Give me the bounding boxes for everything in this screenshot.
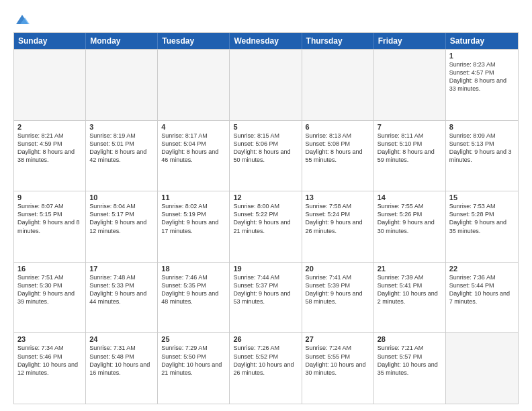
day-info: Sunrise: 8:02 AM Sunset: 5:19 PM Dayligh…: [161, 202, 226, 235]
day-number: 6: [306, 123, 370, 131]
day-info: Sunrise: 7:55 AM Sunset: 5:26 PM Dayligh…: [378, 202, 442, 235]
calendar-body: 1Sunrise: 8:23 AM Sunset: 4:57 PM Daylig…: [14, 49, 518, 404]
logo: [13, 12, 30, 27]
day-info: Sunrise: 8:11 AM Sunset: 5:10 PM Dayligh…: [378, 132, 442, 165]
day-header-sunday: Sunday: [14, 33, 86, 49]
day-number: 15: [449, 193, 515, 201]
day-info: Sunrise: 7:58 AM Sunset: 5:24 PM Dayligh…: [306, 202, 370, 235]
day-cell-2: 2Sunrise: 8:21 AM Sunset: 4:59 PM Daylig…: [14, 121, 86, 191]
day-info: Sunrise: 8:15 AM Sunset: 5:06 PM Dayligh…: [233, 132, 298, 165]
day-cell-16: 16Sunrise: 7:51 AM Sunset: 5:30 PM Dayli…: [14, 263, 86, 333]
day-cell-19: 19Sunrise: 7:44 AM Sunset: 5:37 PM Dayli…: [230, 263, 302, 333]
day-info: Sunrise: 8:21 AM Sunset: 4:59 PM Dayligh…: [17, 132, 82, 165]
empty-cell: [302, 50, 374, 120]
day-number: 9: [17, 193, 82, 201]
calendar-row-5: 23Sunrise: 7:34 AM Sunset: 5:46 PM Dayli…: [14, 332, 518, 404]
day-cell-13: 13Sunrise: 7:58 AM Sunset: 5:24 PM Dayli…: [302, 191, 374, 262]
day-number: 28: [378, 335, 442, 343]
header: [13, 12, 519, 27]
day-cell-28: 28Sunrise: 7:21 AM Sunset: 5:57 PM Dayli…: [374, 333, 446, 404]
day-cell-17: 17Sunrise: 7:48 AM Sunset: 5:33 PM Dayli…: [86, 263, 158, 333]
day-info: Sunrise: 8:04 AM Sunset: 5:17 PM Dayligh…: [89, 202, 154, 235]
empty-cell: [158, 50, 230, 120]
day-info: Sunrise: 8:13 AM Sunset: 5:08 PM Dayligh…: [306, 132, 370, 165]
day-cell-22: 22Sunrise: 7:36 AM Sunset: 5:44 PM Dayli…: [446, 263, 518, 333]
day-cell-7: 7Sunrise: 8:11 AM Sunset: 5:10 PM Daylig…: [374, 121, 446, 191]
day-number: 20: [306, 265, 370, 273]
day-info: Sunrise: 7:24 AM Sunset: 5:55 PM Dayligh…: [306, 344, 370, 377]
day-header-monday: Monday: [86, 33, 158, 49]
day-info: Sunrise: 7:53 AM Sunset: 5:28 PM Dayligh…: [449, 202, 515, 235]
day-cell-20: 20Sunrise: 7:41 AM Sunset: 5:39 PM Dayli…: [302, 263, 374, 333]
day-info: Sunrise: 7:31 AM Sunset: 5:48 PM Dayligh…: [89, 344, 154, 377]
day-number: 10: [89, 193, 154, 201]
day-info: Sunrise: 8:19 AM Sunset: 5:01 PM Dayligh…: [89, 132, 154, 165]
day-cell-3: 3Sunrise: 8:19 AM Sunset: 5:01 PM Daylig…: [86, 121, 158, 191]
day-number: 16: [17, 265, 82, 273]
day-number: 13: [306, 193, 370, 201]
day-number: 19: [233, 265, 298, 273]
empty-cell: [374, 50, 446, 120]
day-info: Sunrise: 8:09 AM Sunset: 5:13 PM Dayligh…: [449, 132, 515, 165]
day-info: Sunrise: 7:48 AM Sunset: 5:33 PM Dayligh…: [89, 273, 154, 306]
day-info: Sunrise: 8:07 AM Sunset: 5:15 PM Dayligh…: [17, 202, 82, 235]
day-number: 26: [233, 335, 298, 343]
day-cell-5: 5Sunrise: 8:15 AM Sunset: 5:06 PM Daylig…: [230, 121, 302, 191]
day-info: Sunrise: 7:36 AM Sunset: 5:44 PM Dayligh…: [449, 273, 515, 306]
day-number: 2: [17, 123, 82, 131]
calendar-header: SundayMondayTuesdayWednesdayThursdayFrid…: [14, 33, 518, 49]
day-cell-25: 25Sunrise: 7:29 AM Sunset: 5:50 PM Dayli…: [158, 333, 230, 404]
day-cell-27: 27Sunrise: 7:24 AM Sunset: 5:55 PM Dayli…: [302, 333, 374, 404]
day-cell-18: 18Sunrise: 7:46 AM Sunset: 5:35 PM Dayli…: [158, 263, 230, 333]
day-number: 8: [449, 123, 515, 131]
day-number: 3: [89, 123, 154, 131]
day-cell-11: 11Sunrise: 8:02 AM Sunset: 5:19 PM Dayli…: [158, 191, 230, 262]
day-number: 4: [161, 123, 226, 131]
day-number: 22: [449, 265, 515, 273]
day-number: 5: [233, 123, 298, 131]
empty-cell: [86, 50, 158, 120]
day-info: Sunrise: 7:44 AM Sunset: 5:37 PM Dayligh…: [233, 273, 298, 306]
day-info: Sunrise: 7:26 AM Sunset: 5:52 PM Dayligh…: [233, 344, 298, 377]
day-header-tuesday: Tuesday: [158, 33, 230, 49]
day-cell-4: 4Sunrise: 8:17 AM Sunset: 5:04 PM Daylig…: [158, 121, 230, 191]
day-number: 11: [161, 193, 226, 201]
day-number: 21: [378, 265, 442, 273]
calendar-row-2: 2Sunrise: 8:21 AM Sunset: 4:59 PM Daylig…: [14, 120, 518, 191]
calendar: SundayMondayTuesdayWednesdayThursdayFrid…: [13, 32, 519, 404]
day-info: Sunrise: 7:41 AM Sunset: 5:39 PM Dayligh…: [306, 273, 370, 306]
day-number: 17: [89, 265, 154, 273]
calendar-row-1: 1Sunrise: 8:23 AM Sunset: 4:57 PM Daylig…: [14, 49, 518, 120]
day-info: Sunrise: 7:39 AM Sunset: 5:41 PM Dayligh…: [378, 273, 442, 306]
empty-cell: [230, 50, 302, 120]
day-cell-15: 15Sunrise: 7:53 AM Sunset: 5:28 PM Dayli…: [446, 191, 518, 262]
day-number: 25: [161, 335, 226, 343]
day-cell-1: 1Sunrise: 8:23 AM Sunset: 4:57 PM Daylig…: [446, 50, 518, 120]
day-cell-12: 12Sunrise: 8:00 AM Sunset: 5:22 PM Dayli…: [230, 191, 302, 262]
day-number: 7: [378, 123, 442, 131]
day-cell-24: 24Sunrise: 7:31 AM Sunset: 5:48 PM Dayli…: [86, 333, 158, 404]
day-number: 23: [17, 335, 82, 343]
day-info: Sunrise: 8:00 AM Sunset: 5:22 PM Dayligh…: [233, 202, 298, 235]
day-header-saturday: Saturday: [446, 33, 518, 49]
day-header-thursday: Thursday: [302, 33, 374, 49]
day-number: 12: [233, 193, 298, 201]
calendar-row-3: 9Sunrise: 8:07 AM Sunset: 5:15 PM Daylig…: [14, 191, 518, 262]
day-info: Sunrise: 7:51 AM Sunset: 5:30 PM Dayligh…: [17, 273, 82, 306]
day-number: 18: [161, 265, 226, 273]
day-info: Sunrise: 8:23 AM Sunset: 4:57 PM Dayligh…: [449, 60, 515, 93]
day-info: Sunrise: 7:29 AM Sunset: 5:50 PM Dayligh…: [161, 344, 226, 377]
day-info: Sunrise: 7:34 AM Sunset: 5:46 PM Dayligh…: [17, 344, 82, 377]
calendar-page: SundayMondayTuesdayWednesdayThursdayFrid…: [0, 0, 532, 411]
day-cell-21: 21Sunrise: 7:39 AM Sunset: 5:41 PM Dayli…: [374, 263, 446, 333]
day-info: Sunrise: 7:46 AM Sunset: 5:35 PM Dayligh…: [161, 273, 226, 306]
day-cell-8: 8Sunrise: 8:09 AM Sunset: 5:13 PM Daylig…: [446, 121, 518, 191]
day-number: 14: [378, 193, 442, 201]
logo-icon: [15, 12, 30, 27]
day-info: Sunrise: 7:21 AM Sunset: 5:57 PM Dayligh…: [378, 344, 442, 377]
empty-cell: [14, 50, 86, 120]
day-number: 24: [89, 335, 154, 343]
empty-cell: [446, 333, 518, 404]
day-cell-9: 9Sunrise: 8:07 AM Sunset: 5:15 PM Daylig…: [14, 191, 86, 262]
day-cell-10: 10Sunrise: 8:04 AM Sunset: 5:17 PM Dayli…: [86, 191, 158, 262]
